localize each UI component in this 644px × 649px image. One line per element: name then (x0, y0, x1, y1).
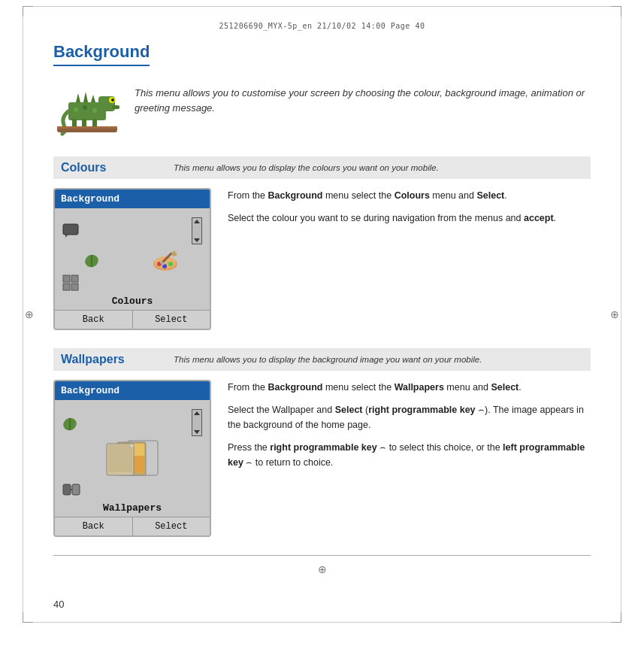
svg-point-3 (111, 99, 114, 102)
reg-mark-right: ⊕ (610, 308, 619, 320)
wallpapers-title: Wallpapers (61, 353, 159, 366)
svg-marker-26 (171, 250, 177, 256)
colours-content: Background (53, 188, 591, 330)
intro-text: This menu allows you to customise your s… (135, 80, 591, 115)
colours-instructions: From the Background menu select the Colo… (228, 188, 591, 233)
palette-icon (150, 247, 180, 271)
colours-phone: Background (53, 188, 211, 330)
intro-section: This menu allows you to customise your s… (53, 80, 591, 140)
wallpapers-phone-topbar: Background (55, 381, 210, 400)
corner-mark-bl (23, 612, 33, 623)
svg-marker-6 (83, 92, 88, 102)
wallpapers-thumbnails-row (62, 439, 202, 478)
wallpapers-screen-row1 (62, 409, 202, 436)
wallpaper-scroll-up (194, 411, 200, 415)
svg-rect-16 (63, 224, 78, 235)
wallpapers-phone: Background (53, 380, 211, 537)
svg-marker-5 (76, 93, 80, 102)
header-line: 251206690_MYX-5p_en 21/10/02 14:00 Page … (53, 22, 591, 30)
page-number: 40 (53, 599, 64, 610)
wallpaper-link-icon (62, 481, 80, 498)
scroll-indicator (192, 217, 202, 244)
colours-phone-topbar: Background (55, 190, 210, 208)
wallpaper-scroll-down (194, 430, 200, 434)
svg-rect-28 (63, 275, 70, 282)
wallpapers-screen-row3 (62, 481, 202, 498)
wallpapers-phone-buttons: Back Select (55, 517, 210, 535)
wallpapers-header: Wallpapers This menu allows you to displ… (53, 348, 591, 371)
svg-rect-29 (71, 275, 78, 282)
colours-phone-buttons: Back Select (55, 310, 210, 329)
wallpapers-instructions: From the Background menu select the Wall… (228, 380, 591, 478)
colours-instruction-2: Select the colour you want to se during … (228, 211, 591, 226)
svg-rect-4 (112, 105, 119, 109)
wallpapers-content: Background (53, 380, 591, 537)
wallpapers-instruction-3: Press the right programmable key ⌢ to se… (228, 440, 591, 470)
page-title: Background (53, 42, 150, 66)
wallpapers-instruction-1: From the Background menu select the Wall… (228, 380, 591, 395)
svg-marker-17 (65, 235, 68, 238)
wallpaper-leaf-icon (62, 414, 82, 432)
reg-mark-left: ⊕ (25, 308, 34, 320)
colours-header: Colours This menu allows you to display … (53, 156, 591, 179)
svg-point-18 (84, 253, 101, 268)
wallpapers-instruction-2: Select the Wallpaper and Select (right p… (228, 402, 591, 432)
bottom-divider (53, 555, 591, 556)
colours-phone-screen: Colours (55, 208, 210, 310)
wallpapers-phone-screen: Wallpapers (55, 400, 210, 517)
colours-select-btn[interactable]: Select (133, 311, 210, 329)
wallpapers-section: Wallpapers This menu allows you to displ… (53, 348, 591, 537)
svg-marker-7 (91, 95, 95, 102)
svg-point-14 (83, 105, 87, 110)
chat-icon (62, 223, 80, 238)
colours-screen-label: Colours (112, 294, 153, 308)
corner-mark-tr (611, 6, 621, 17)
wallpaper-thumbnails (102, 439, 162, 478)
svg-point-15 (92, 108, 97, 113)
scroll-down (194, 238, 200, 242)
svg-point-32 (62, 416, 79, 432)
svg-point-13 (74, 108, 78, 112)
wallpaper-scroll-indicator (192, 409, 202, 436)
chameleon-icon (53, 80, 121, 140)
svg-rect-43 (72, 484, 80, 495)
wallpapers-back-btn[interactable]: Back (55, 517, 133, 535)
svg-rect-30 (63, 284, 70, 290)
colours-screen-row1 (62, 217, 202, 244)
wallpapers-select-btn[interactable]: Select (133, 517, 210, 535)
colours-screen-row2 (62, 247, 202, 271)
svg-rect-12 (57, 126, 117, 129)
colours-title: Colours (61, 161, 159, 174)
corner-mark-tl (23, 6, 33, 17)
colours-back-btn[interactable]: Back (55, 311, 133, 329)
colours-instruction-1: From the Background menu select the Colo… (228, 188, 591, 203)
colours-screen-row3 (62, 274, 202, 291)
colours-section: Colours This menu allows you to display … (53, 156, 591, 330)
colours-desc: This menu allows you to display the colo… (174, 162, 439, 174)
svg-point-24 (168, 262, 173, 266)
svg-rect-42 (63, 484, 71, 495)
wallpapers-screen-label: Wallpapers (103, 501, 162, 515)
grid-icon (62, 274, 79, 291)
svg-rect-39 (108, 445, 132, 472)
page-container: ⊕ ⊕ 251206690_MYX-5p_en 21/10/02 14:00 P… (23, 6, 621, 623)
svg-rect-31 (71, 284, 78, 290)
leaf-icon (84, 250, 104, 268)
corner-mark-br (611, 612, 621, 623)
scroll-up (194, 220, 200, 223)
wallpapers-desc: This menu allows you to display the back… (174, 353, 482, 365)
bottom-reg-mark: ⊕ (53, 563, 591, 575)
